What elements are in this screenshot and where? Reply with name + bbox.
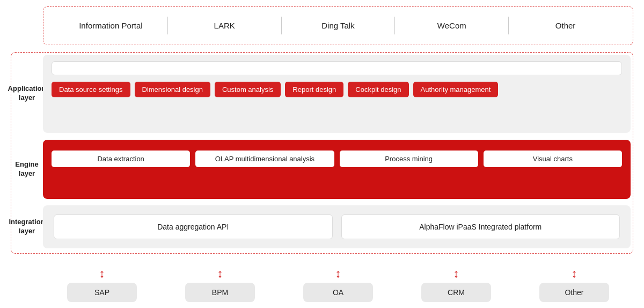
app-button[interactable]: Data source settings bbox=[52, 82, 130, 97]
integration-layer-label: Integrationlayer bbox=[13, 205, 40, 248]
integration-layer: Data aggregation APIAlphaFlow iPaaS Inte… bbox=[43, 205, 631, 248]
engine-layer-label: Engine layer bbox=[13, 140, 40, 199]
app-button[interactable]: Authority management bbox=[413, 82, 499, 97]
app-buttons: Data source settingsDimensional designCu… bbox=[52, 82, 622, 97]
front-item: Other bbox=[509, 17, 622, 34]
system-box: OA bbox=[303, 283, 373, 302]
system-box: BPM bbox=[185, 283, 255, 302]
app-button[interactable]: Cockpit design bbox=[348, 82, 408, 97]
bottom-system-item: ↕CRM bbox=[397, 268, 515, 302]
app-button[interactable]: Dimensional design bbox=[135, 82, 210, 97]
engine-layer: Data extractionOLAP multidimensional ana… bbox=[43, 140, 631, 199]
front-items: Information PortalLARKDing TalkWeComOthe… bbox=[43, 17, 633, 34]
application-layer: Data source settingsDimensional designCu… bbox=[43, 55, 631, 133]
bottom-system-item: ↕BPM bbox=[161, 268, 279, 302]
bottom-system-item: ↕OA bbox=[279, 268, 397, 302]
system-box: Other bbox=[539, 283, 609, 302]
system-box: CRM bbox=[421, 283, 491, 302]
double-arrow-icon: ↕ bbox=[453, 268, 459, 280]
front-item: Ding Talk bbox=[282, 17, 396, 34]
system-box: SAP bbox=[67, 283, 137, 302]
engine-button[interactable]: Visual charts bbox=[484, 151, 622, 167]
front-item: LARK bbox=[168, 17, 282, 34]
app-button[interactable]: Custom analysis bbox=[215, 82, 281, 97]
app-button[interactable]: Report design bbox=[285, 82, 343, 97]
double-arrow-icon: ↕ bbox=[572, 268, 577, 280]
double-arrow-icon: ↕ bbox=[217, 268, 223, 280]
bottom-system-item: ↕SAP bbox=[43, 268, 161, 302]
engine-button[interactable]: OLAP multidimensional analysis bbox=[195, 151, 334, 167]
application-layer-label: Applicationlayer bbox=[13, 55, 40, 133]
integration-box: Data aggregation API bbox=[54, 214, 333, 239]
double-arrow-icon: ↕ bbox=[99, 268, 105, 280]
bottom-system-item: ↕Other bbox=[515, 268, 633, 302]
portal-bar bbox=[52, 61, 622, 75]
bottom-systems: ↕SAP↕BPM↕OA↕CRM↕Other bbox=[43, 256, 633, 302]
front-layer: Information PortalLARKDing TalkWeComOthe… bbox=[43, 6, 633, 45]
engine-buttons: Data extractionOLAP multidimensional ana… bbox=[52, 151, 622, 167]
double-arrow-icon: ↕ bbox=[335, 268, 341, 280]
architecture-diagram: Information PortalLARKDing TalkWeComOthe… bbox=[11, 6, 633, 302]
front-item: Information Portal bbox=[54, 17, 168, 34]
integration-box: AlphaFlow iPaaS Integrated platform bbox=[341, 214, 620, 239]
front-item: WeCom bbox=[395, 17, 509, 34]
engine-button[interactable]: Data extraction bbox=[52, 151, 190, 167]
engine-button[interactable]: Process mining bbox=[340, 151, 478, 167]
